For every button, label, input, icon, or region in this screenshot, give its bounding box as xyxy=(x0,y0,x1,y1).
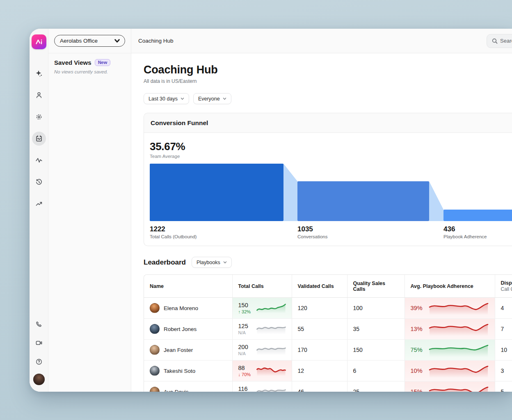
search-icon xyxy=(492,38,498,44)
funnel-stage-value: 436 xyxy=(443,225,487,233)
trend-up-icon[interactable] xyxy=(32,197,46,211)
total-calls-value: 150 xyxy=(238,302,251,309)
funnel-stage-caption: Conversations xyxy=(297,234,328,239)
coaching-hub-icon[interactable] xyxy=(32,132,46,146)
topbar: Coaching Hub Search xyxy=(131,29,512,53)
table-row[interactable]: Jean Foster 200 N/A 170 150 75% xyxy=(144,340,512,361)
adherence-value: 15% xyxy=(411,388,423,392)
filter-bar: Last 30 days Everyone xyxy=(144,93,512,104)
total-calls-value: 88 xyxy=(238,365,251,372)
validated-calls-cell: 170 xyxy=(292,340,347,361)
name-cell: Ava Davis xyxy=(144,381,232,392)
rep-name: Ava Davis xyxy=(164,389,189,392)
settings-gear-icon[interactable] xyxy=(32,110,46,124)
adherence-cell: 39% xyxy=(405,298,495,319)
team-average-value: 35.67% xyxy=(150,140,512,153)
funnel-labels: 1222 Total Calls (Outbound)1035 Conversa… xyxy=(150,223,512,241)
page-title: Coaching Hub xyxy=(144,64,512,76)
avatar xyxy=(150,303,160,313)
playbooks-filter-label: Playbooks xyxy=(197,260,220,265)
people-filter-label: Everyone xyxy=(198,96,220,102)
column-header: Validated Calls xyxy=(292,275,347,298)
funnel-chart: 1222 Total Calls (Outbound)1035 Conversa… xyxy=(150,164,512,241)
adherence-value: 13% xyxy=(411,326,423,332)
history-icon[interactable] xyxy=(32,175,46,189)
user-avatar[interactable] xyxy=(33,374,45,385)
total-calls-cell: 200 N/A xyxy=(232,340,292,361)
adherence-cell: 15% xyxy=(405,381,495,392)
saved-views-title: Saved Views xyxy=(54,59,91,66)
rep-name: Robert Jones xyxy=(164,326,197,332)
workspace-selector-wrap: Aerolabs Office xyxy=(48,29,131,53)
avatar xyxy=(150,366,160,376)
workspace-selector-label: Aerolabs Office xyxy=(60,38,98,44)
phone-icon[interactable] xyxy=(32,317,46,331)
total-calls-value: 116 xyxy=(238,386,248,392)
activity-pulse-icon[interactable] xyxy=(32,153,46,167)
dispo-cell: 5 xyxy=(495,381,512,392)
avatar xyxy=(150,345,160,355)
sparkline xyxy=(428,301,489,315)
quality-sales-calls-cell: 6 xyxy=(347,361,405,381)
table-row[interactable]: Robert Jones 125 N/A 55 35 13% xyxy=(144,319,512,340)
sparkline xyxy=(256,365,286,376)
total-calls-value: 125 xyxy=(238,323,248,330)
total-calls-cell: 125 N/A xyxy=(232,319,292,340)
rep-name: Elena Moreno xyxy=(164,305,198,311)
total-calls-cell: 88 ↓ 70% xyxy=(232,361,292,381)
name-cell: Jean Foster xyxy=(144,340,232,361)
validated-calls-cell: 55 xyxy=(292,319,347,340)
workspace-selector[interactable]: Aerolabs Office xyxy=(54,35,125,47)
people-filter[interactable]: Everyone xyxy=(193,93,231,104)
rep-name: Takeshi Soto xyxy=(164,368,195,374)
sparkline xyxy=(256,302,286,313)
app-logo-icon[interactable] xyxy=(32,34,46,49)
validated-calls-cell: 12 xyxy=(292,361,347,381)
funnel-bars xyxy=(150,164,512,221)
total-calls-delta: N/A xyxy=(238,330,248,335)
sparkline xyxy=(256,344,286,355)
sparkles-icon[interactable] xyxy=(32,66,46,80)
dispo-cell: 3 xyxy=(495,361,512,381)
table-row[interactable]: Elena Moreno 150 ↑ 32% 120 100 39% xyxy=(144,298,512,319)
total-calls-cell: 116 N/A xyxy=(232,381,292,392)
chevron-down-icon xyxy=(223,260,227,264)
table-row[interactable]: Ava Davis 116 N/A 46 25 15% xyxy=(144,381,512,392)
date-range-filter[interactable]: Last 30 days xyxy=(144,93,189,104)
leaderboard-title: Leaderboard xyxy=(144,258,186,267)
funnel-stage-label: 1222 Total Calls (Outbound) xyxy=(150,225,197,239)
rail-bottom xyxy=(32,317,46,385)
sparkline xyxy=(428,385,489,392)
funnel-stage-label: 1035 Conversations xyxy=(297,225,328,239)
playbooks-filter[interactable]: Playbooks xyxy=(192,257,232,268)
funnel-stage-caption: Playbook Adherence xyxy=(443,234,487,239)
conversion-funnel-card: Conversion Funnel 35.67% Team Average 12… xyxy=(144,113,512,246)
date-range-filter-label: Last 30 days xyxy=(149,96,178,102)
team-average-label: Team Average xyxy=(150,154,512,159)
avatar xyxy=(150,387,160,392)
validated-calls-cell: 46 xyxy=(292,381,347,392)
search-button[interactable]: Search xyxy=(487,34,512,48)
help-icon[interactable] xyxy=(32,355,46,369)
new-badge: New xyxy=(95,59,111,66)
validated-calls-cell: 120 xyxy=(292,298,347,319)
quality-sales-calls-cell: 35 xyxy=(347,319,405,340)
page-subtitle: All data is in US/Eastern xyxy=(144,78,512,84)
page-content: Coaching Hub All data is in US/Eastern L… xyxy=(131,53,512,392)
app-window: Aerolabs Office Saved Views New No views… xyxy=(30,29,512,392)
funnel-stage-value: 1035 xyxy=(297,225,328,233)
sparkline xyxy=(428,364,489,378)
total-calls-cell: 150 ↑ 32% xyxy=(232,298,292,319)
adherence-cell: 13% xyxy=(405,319,495,340)
sparkline xyxy=(256,386,286,392)
saved-views-panel: Aerolabs Office Saved Views New No views… xyxy=(48,29,131,392)
adherence-value: 75% xyxy=(411,347,423,353)
sparkline xyxy=(256,323,286,334)
dispo-cell: 7 xyxy=(495,319,512,340)
quality-sales-calls-cell: 150 xyxy=(347,340,405,361)
adherence-value: 10% xyxy=(411,368,423,374)
name-cell: Takeshi Soto xyxy=(144,361,232,381)
video-camera-icon[interactable] xyxy=(32,336,46,350)
table-row[interactable]: Takeshi Soto 88 ↓ 70% 12 6 10% xyxy=(144,361,512,381)
person-icon[interactable] xyxy=(32,88,46,102)
